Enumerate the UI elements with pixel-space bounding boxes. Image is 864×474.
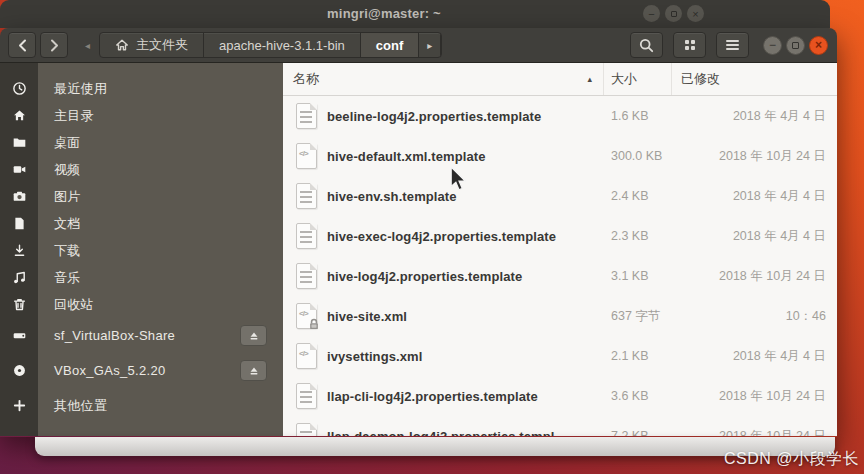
sidebar: 最近使用 主目录 桌面 视频 图片 文档 下载 音乐 回收站 sf_Virtua… (0, 63, 283, 436)
eject-button[interactable] (240, 360, 267, 381)
file-size: 1.6 KB (604, 109, 672, 123)
breadcrumb-主文件夹[interactable]: 主文件夹 (100, 33, 204, 57)
file-modified: 2018 年 4月 4 日 (672, 228, 837, 245)
sidebar-item-documents[interactable]: 文档 (0, 210, 283, 237)
grid-view-icon (685, 40, 695, 50)
text-file-icon (296, 263, 317, 289)
file-modified: 2018 年 4月 4 日 (672, 108, 837, 125)
xml-file-icon: </> (296, 303, 317, 329)
file-size: 3.1 KB (604, 269, 672, 283)
terminal-close-button[interactable]: × (687, 5, 704, 22)
file-row[interactable]: </> hive-default.xml.template 300.0 KB 2… (283, 136, 837, 176)
file-name: ivysettings.xml (327, 349, 604, 364)
breadcrumb: 主文件夹apache-hive-3.1.1-binconf▸ (99, 32, 442, 58)
terminal-maximize-button[interactable] (665, 5, 682, 22)
file-size: 2.4 KB (604, 189, 672, 203)
sidebar-item-desktop-folder[interactable]: 桌面 (0, 129, 283, 156)
sidebar-item-other-locations[interactable]: 其他位置 (0, 392, 283, 419)
watermark: CSDN @小段学长 (724, 449, 859, 470)
close-button[interactable]: × (809, 36, 828, 55)
sort-ascending-icon: ▴ (587, 74, 603, 84)
sidebar-item-videos[interactable]: 视频 (0, 156, 283, 183)
xml-file-icon: </> (296, 143, 317, 169)
column-header-modified[interactable]: 已修改 (672, 63, 837, 95)
file-size: 2.1 KB (604, 349, 672, 363)
sidebar-item-disc[interactable]: VBox_GAs_5.2.20 (0, 357, 283, 384)
eject-icon (248, 365, 260, 377)
text-file-icon (296, 423, 317, 436)
column-header-size[interactable]: 大小 (604, 63, 672, 95)
file-row[interactable]: hive-exec-log4j2.properties.template 2.3… (283, 216, 837, 256)
desktop-folder-icon (0, 135, 38, 150)
file-name: hive-site.xml (327, 309, 604, 324)
file-name: llap-daemon-log4j2.properties.templ (327, 429, 604, 437)
lock-emblem-icon (307, 317, 321, 331)
maximize-button[interactable] (786, 36, 805, 55)
path-scroll-right-icon[interactable]: ▸ (419, 33, 441, 57)
sidebar-item-drive[interactable]: sf_VirtualBox-Share (0, 322, 283, 349)
file-row[interactable]: llap-daemon-log4j2.properties.templ 7.2 … (283, 416, 837, 436)
file-size: 2.3 KB (604, 229, 672, 243)
text-file-icon (296, 223, 317, 249)
text-file-icon (296, 103, 317, 129)
file-modified: 2018 年 10月 24 日 (672, 428, 837, 437)
menu-button[interactable] (716, 32, 749, 58)
xml-file-icon: </> (296, 343, 317, 369)
hamburger-icon (726, 38, 739, 52)
file-list-header: 名称 ▴ 大小 已修改 (283, 63, 837, 96)
disc-icon (0, 363, 38, 378)
chevron-right-icon (50, 39, 59, 52)
mouse-cursor (449, 167, 468, 192)
file-list: 名称 ▴ 大小 已修改 beeline-log4j2.properties.te… (283, 63, 837, 436)
back-button[interactable] (8, 32, 36, 58)
videos-icon (0, 162, 38, 177)
sidebar-item-recent[interactable]: 最近使用 (0, 75, 283, 102)
file-row[interactable]: llap-cli-log4j2.properties.template 3.6 … (283, 376, 837, 416)
eject-button[interactable] (240, 325, 267, 346)
file-row[interactable]: </> ivysettings.xml 2.1 KB 2018 年 4月 4 日 (283, 336, 837, 376)
search-button[interactable] (630, 32, 663, 58)
sidebar-item-home[interactable]: 主目录 (0, 102, 283, 129)
file-size: 300.0 KB (604, 149, 672, 163)
file-size: 637 字节 (604, 308, 672, 325)
home-icon (115, 38, 129, 52)
file-size: 3.6 KB (604, 389, 672, 403)
sidebar-item-music[interactable]: 音乐 (0, 264, 283, 291)
file-row[interactable]: hive-log4j2.properties.template 3.1 KB 2… (283, 256, 837, 296)
file-modified: 2018 年 4月 4 日 (672, 348, 837, 365)
pictures-icon (0, 189, 38, 204)
terminal-window-title: mingri@master: ~ (0, 0, 830, 27)
drive-icon (0, 328, 38, 343)
breadcrumb-apache-hive-3.1.1-bin[interactable]: apache-hive-3.1.1-bin (204, 33, 361, 57)
text-file-icon (296, 183, 317, 209)
file-name: beeline-log4j2.properties.template (327, 109, 604, 124)
file-modified: 2018 年 10月 24 日 (672, 148, 837, 165)
terminal-minimize-button[interactable]: − (643, 5, 660, 22)
column-header-name[interactable]: 名称 ▴ (283, 63, 604, 95)
text-file-icon (296, 383, 317, 409)
file-name: hive-log4j2.properties.template (327, 269, 604, 284)
view-toggle-button[interactable] (673, 32, 706, 58)
breadcrumb-conf[interactable]: conf (361, 33, 419, 57)
sidebar-item-trash[interactable]: 回收站 (0, 291, 283, 318)
file-rows: beeline-log4j2.properties.template 1.6 K… (283, 96, 837, 436)
maximize-icon (671, 11, 677, 17)
recent-icon (0, 81, 38, 96)
chevron-left-icon (18, 39, 27, 52)
file-row[interactable]: beeline-log4j2.properties.template 1.6 K… (283, 96, 837, 136)
other-locations-icon (0, 398, 38, 413)
terminal-window-titlebar[interactable]: mingri@master: ~ − × (0, 0, 830, 28)
file-row[interactable]: hive-env.sh.template 2.4 KB 2018 年 4月 4 … (283, 176, 837, 216)
sidebar-item-downloads[interactable]: 下载 (0, 237, 283, 264)
path-scroll-left-icon[interactable]: ◂ (85, 40, 90, 51)
minimize-button[interactable]: − (763, 36, 782, 55)
sidebar-item-pictures[interactable]: 图片 (0, 183, 283, 210)
file-modified: 2018 年 10月 24 日 (672, 388, 837, 405)
file-modified: 10：46 (672, 308, 837, 325)
file-modified: 2018 年 10月 24 日 (672, 268, 837, 285)
file-modified: 2018 年 4月 4 日 (672, 188, 837, 205)
file-row[interactable]: </> hive-site.xml 637 字节 10：46 (283, 296, 837, 336)
home-icon (0, 108, 38, 123)
forward-button[interactable] (40, 32, 68, 58)
downloads-icon (0, 243, 38, 258)
